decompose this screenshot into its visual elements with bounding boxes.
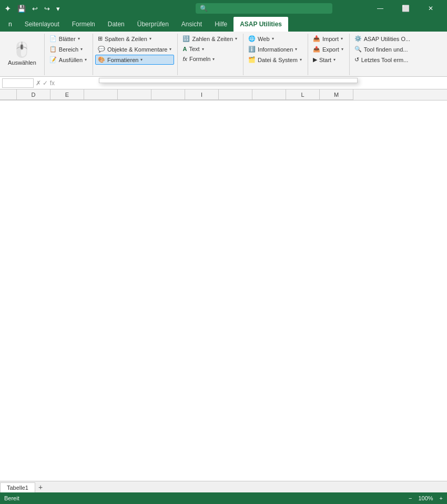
ribbon-group-web: 🌐 Web ▾ ℹ️ Informationen ▾ 🗂️ Datei & Sy…: [245, 34, 308, 75]
datei-icon: 🗂️: [248, 56, 256, 63]
col-header-i[interactable]: I: [185, 89, 219, 100]
undo-button[interactable]: ↩: [30, 4, 40, 14]
import-button[interactable]: 📥 Import ▾: [310, 34, 346, 44]
formatieren-button[interactable]: 🎨 Formatieren ▾: [95, 55, 174, 65]
blatter-icon: 📄: [49, 35, 57, 42]
zahlen-icon: 🔢: [182, 35, 190, 42]
close-button[interactable]: ✕: [419, 0, 443, 17]
minimize-button[interactable]: —: [368, 0, 392, 17]
auswahlen-button[interactable]: 🖱️ Auswählen: [3, 34, 41, 73]
name-box[interactable]: [2, 78, 34, 88]
formeln-button[interactable]: fx Formeln ▾: [180, 54, 240, 64]
asap-icon: ⚙️: [354, 35, 362, 42]
tab-uberprüfen[interactable]: Überprüfen: [131, 17, 175, 32]
formeln-icon: fx: [182, 56, 187, 62]
asap-utilities-button[interactable]: ⚙️ ASAP Utilities O...: [352, 34, 413, 44]
objekte-button[interactable]: 💬 Objekte & Kommentare ▾: [95, 44, 174, 54]
quick-access-toolbar: 💾 ↩ ↪ ▾: [15, 4, 62, 14]
tab-hilfe[interactable]: Hilfe: [208, 17, 233, 32]
auswahlen-icon: 🖱️: [13, 41, 31, 58]
ribbon-group-asap: ⚙️ ASAP Utilities O... 🔍 Tool finden und…: [351, 34, 416, 75]
window-controls: — ⬜ ✕: [368, 0, 443, 17]
bereich-button[interactable]: 📋 Bereich ▾: [47, 44, 89, 54]
tool-finden-icon: 🔍: [354, 46, 362, 53]
datei-button[interactable]: 🗂️ Datei & System ▾: [246, 55, 304, 65]
ausfüllen-icon: 📝: [49, 56, 57, 63]
blatter-button[interactable]: 📄 Blätter ▾: [47, 34, 89, 44]
zahlen-button[interactable]: 🔢 Zahlen & Zeiten ▾: [180, 34, 240, 44]
export-button[interactable]: 📤 Export ▾: [310, 44, 346, 54]
web-button[interactable]: 🌐 Web ▾: [246, 34, 304, 44]
informationen-icon: ℹ️: [248, 46, 256, 53]
auswahlen-label: Auswählen: [8, 59, 36, 66]
tool-finden-button[interactable]: 🔍 Tool finden und...: [352, 44, 413, 54]
ribbon: 🖱️ Auswählen 📄 Blätter ▾ 📋 Bereich ▾ 📝 A…: [0, 32, 447, 77]
ribbon-group-formatieren: ⊞ Spalten & Zeilen ▾ 💬 Objekte & Komment…: [94, 34, 178, 75]
ribbon-tab-bar: n Seitenlayout Formeln Daten Überprüfen …: [0, 17, 447, 32]
tab-seitenlayout[interactable]: Seitenlayout: [18, 17, 66, 32]
objekte-icon: 💬: [98, 46, 105, 53]
spalten-button[interactable]: ⊞ Spalten & Zeilen ▾: [95, 34, 174, 44]
col-header-e[interactable]: E: [50, 89, 84, 100]
col-header-g[interactable]: [118, 89, 151, 100]
corner-cell: [0, 89, 17, 100]
col-header-l[interactable]: L: [286, 89, 320, 100]
col-header-f[interactable]: [84, 89, 118, 100]
excel-icon: ✦: [4, 4, 11, 14]
ribbon-group-blatter: 📄 Blätter ▾ 📋 Bereich ▾ 📝 Ausfüllen ▾: [46, 34, 93, 75]
title-bar: ✦ 💾 ↩ ↪ ▾ 🔍 — ⬜ ✕: [0, 0, 447, 17]
col-header-d[interactable]: D: [17, 89, 50, 100]
maximize-button[interactable]: ⬜: [393, 0, 418, 17]
bereich-icon: 📋: [49, 46, 57, 53]
letztes-tool-icon: ↺: [354, 56, 359, 63]
text-icon: A: [182, 46, 187, 52]
tab-daten[interactable]: Daten: [101, 17, 131, 32]
save-button[interactable]: 💾: [15, 4, 28, 14]
web-icon: 🌐: [248, 35, 256, 42]
redo-button[interactable]: ↪: [42, 4, 52, 14]
ribbon-group-zahlen: 🔢 Zahlen & Zeiten ▾ A Text ▾ fx Formeln …: [179, 34, 243, 75]
tab-file[interactable]: n: [2, 17, 18, 32]
col-header-j[interactable]: [219, 89, 252, 100]
start-icon: ▶: [313, 56, 317, 63]
tab-ansicht[interactable]: Ansicht: [175, 17, 208, 32]
tab-formeln[interactable]: Formeln: [66, 17, 101, 32]
letztes-tool-button[interactable]: ↺ Letztes Tool erm...: [352, 55, 413, 65]
col-header-h[interactable]: [151, 89, 185, 100]
ribbon-group-auswahlen: 🖱️ Auswählen: [2, 34, 45, 75]
formatieren-icon: 🎨: [98, 56, 105, 63]
text-button[interactable]: A Text ▾: [180, 44, 240, 54]
spalten-icon: ⊞: [98, 35, 103, 42]
customize-button[interactable]: ▾: [54, 4, 62, 14]
col-header-m[interactable]: M: [320, 89, 353, 100]
search-bar[interactable]: 🔍: [196, 3, 332, 14]
import-icon: 📥: [313, 35, 320, 42]
informationen-button[interactable]: ℹ️ Informationen ▾: [246, 44, 304, 54]
export-icon: 📤: [313, 46, 320, 53]
col-header-k[interactable]: [252, 89, 286, 100]
ribbon-group-import: 📥 Import ▾ 📤 Export ▾ ▶ Start ▾: [309, 34, 350, 75]
ausfüllen-button[interactable]: 📝 Ausfüllen ▾: [47, 55, 89, 65]
formatieren-dropdown: [99, 78, 358, 83]
start-button[interactable]: ▶ Start ▾: [310, 55, 346, 65]
search-icon: 🔍: [200, 5, 208, 12]
formula-divider: ✗ ✓ fx: [36, 79, 55, 87]
tab-asap-utilities[interactable]: ASAP Utilities: [233, 17, 288, 32]
